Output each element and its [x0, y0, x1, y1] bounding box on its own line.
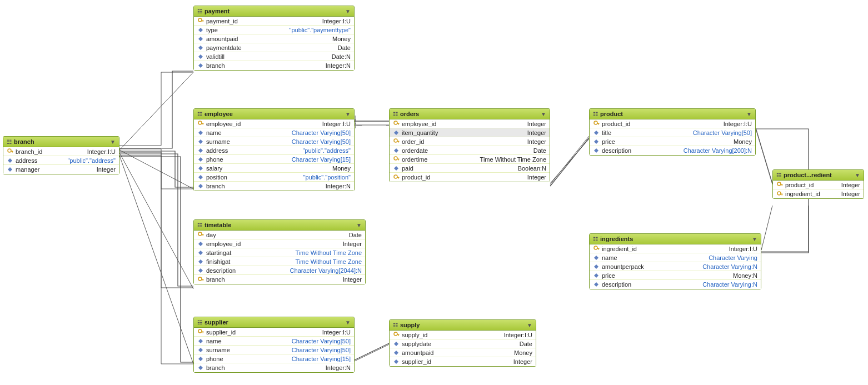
column-name: salary — [206, 165, 328, 172]
table-row: address"public"."address" — [3, 156, 119, 165]
key-icon — [197, 18, 204, 24]
svg-marker-38 — [394, 131, 398, 135]
column-name: amountpaid — [206, 36, 328, 42]
column-type: Time Without Time Zone — [476, 156, 546, 163]
table-supplier[interactable]: ☷supplier▼supplier_idInteger:I:UnameChar… — [193, 317, 355, 373]
table-header-product[interactable]: ☷product▼ — [590, 109, 755, 119]
table-orders[interactable]: ☷orders▼employee_idIntegeritem_quantityI… — [389, 108, 550, 182]
diamond-icon — [197, 62, 204, 69]
key-icon — [593, 121, 600, 127]
column-name: surname — [206, 138, 287, 145]
table-header-timetable[interactable]: ☷timetable▼ — [194, 220, 365, 231]
table-header-ingredients[interactable]: ☷ingredients▼ — [590, 234, 761, 244]
column-name: branch — [206, 276, 338, 283]
key-icon — [7, 148, 13, 155]
table-ingredients[interactable]: ☷ingredients▼ingredient_idInteger:I:Unam… — [589, 233, 761, 289]
svg-marker-83 — [198, 348, 203, 352]
svg-line-1 — [119, 150, 193, 189]
diamond-icon — [393, 349, 400, 356]
table-title-supplier: supplier — [204, 319, 228, 326]
table-header-supplier[interactable]: ☷supplier▼ — [194, 317, 354, 328]
column-type: Character Varying[50] — [689, 129, 752, 136]
table-row: item_quantityInteger — [390, 128, 550, 137]
svg-point-62 — [594, 246, 597, 249]
diamond-icon — [393, 147, 400, 154]
table-row: validtillDate:N — [194, 52, 354, 61]
svg-marker-30 — [198, 148, 203, 153]
column-type: Character Varying[15] — [287, 156, 351, 163]
svg-point-79 — [198, 329, 202, 333]
svg-rect-70 — [201, 234, 203, 236]
table-row: dayDate — [194, 231, 365, 239]
table-title-timetable: timetable — [204, 222, 231, 228]
diamond-icon — [197, 364, 204, 371]
chevron-down-icon: ▼ — [345, 8, 351, 14]
svg-point-69 — [198, 232, 202, 236]
svg-marker-89 — [394, 342, 398, 346]
svg-point-86 — [394, 332, 397, 336]
column-name: branch — [206, 364, 321, 371]
table-header-payment[interactable]: ☷payment▼ — [194, 6, 354, 17]
svg-marker-54 — [594, 139, 598, 144]
table-grid-icon: ☷ — [393, 111, 398, 117]
table-payment[interactable]: ☷payment▼payment_idInteger:I:Utype"publi… — [193, 6, 355, 71]
diamond-icon — [197, 147, 204, 154]
column-type: Integer:I:U — [500, 332, 532, 338]
svg-marker-65 — [594, 256, 598, 260]
column-name: payment_id — [206, 18, 318, 24]
column-type: Character Varying — [704, 254, 757, 261]
svg-marker-68 — [594, 282, 598, 287]
svg-point-20 — [8, 149, 11, 152]
table-supply[interactable]: ☷supply▼supply_idInteger:I:UsupplydateDa… — [389, 319, 536, 367]
table-row: type"public"."paymenttype" — [194, 26, 354, 34]
table-row: nameCharacter Varying[50] — [194, 337, 354, 346]
column-name: day — [206, 232, 345, 238]
column-type: Date:N — [327, 53, 351, 60]
column-name: validtill — [206, 53, 327, 60]
table-header-supply[interactable]: ☷supply▼ — [390, 320, 536, 331]
svg-marker-24 — [8, 167, 12, 172]
column-name: supplier_id — [206, 329, 318, 336]
svg-marker-85 — [198, 366, 203, 370]
column-type: "public"."address" — [298, 147, 351, 154]
svg-marker-15 — [198, 28, 203, 32]
diamond-icon — [197, 27, 204, 33]
table-row: nameCharacter Varying — [590, 253, 761, 262]
svg-point-25 — [198, 121, 202, 124]
svg-rect-27 — [202, 124, 203, 125]
key-icon — [393, 156, 400, 163]
svg-rect-37 — [398, 124, 399, 125]
column-name: description — [206, 267, 286, 274]
column-name: employee_id — [206, 241, 338, 247]
table-row: branchInteger — [194, 275, 365, 284]
svg-rect-21 — [11, 151, 13, 152]
column-type: Character Varying[50] — [287, 129, 351, 136]
diamond-icon — [393, 165, 400, 172]
table-header-orders[interactable]: ☷orders▼ — [390, 109, 550, 119]
table-product[interactable]: ☷product▼product_idInteger:I:UtitleChara… — [589, 108, 756, 156]
table-header-product_ingredient[interactable]: ☷product...redient▼ — [773, 170, 864, 181]
column-name: position — [206, 174, 299, 181]
key-icon — [393, 121, 400, 127]
key-icon — [393, 138, 400, 145]
column-type: Integer:N — [321, 62, 351, 69]
table-row: address"public"."address" — [194, 146, 354, 155]
column-type: Integer — [509, 358, 532, 365]
column-type: Character Varying:N — [698, 263, 757, 270]
table-timetable[interactable]: ☷timetable▼dayDateemployee_idIntegerstar… — [193, 219, 366, 284]
table-employee[interactable]: ☷employee▼employee_idInteger:I:UnameChar… — [193, 108, 355, 191]
column-type: "public"."address" — [63, 157, 116, 164]
table-branch[interactable]: ☷branch▼branch_idInteger:I:Uaddress"publ… — [3, 136, 119, 174]
table-header-branch[interactable]: ☷branch▼ — [3, 137, 119, 147]
table-header-employee[interactable]: ☷employee▼ — [194, 109, 354, 119]
svg-marker-33 — [198, 175, 203, 179]
table-product_ingredient[interactable]: ☷product...redient▼product_idIntegeringr… — [772, 169, 864, 199]
column-type: Character Varying[200]:N — [679, 147, 752, 154]
column-type: Integer:I:U — [318, 121, 351, 127]
column-name: supplydate — [402, 341, 515, 347]
column-type: Integer — [338, 276, 362, 283]
diamond-icon — [593, 263, 600, 270]
svg-line-7 — [550, 139, 589, 183]
table-title-product: product — [600, 111, 623, 117]
table-grid-icon: ☷ — [197, 111, 202, 117]
